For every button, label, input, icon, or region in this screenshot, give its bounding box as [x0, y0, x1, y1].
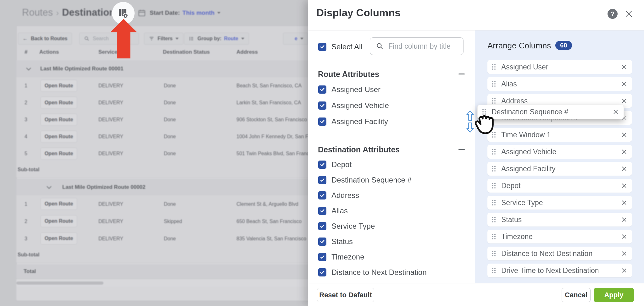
arrange-item-label: Destination Sequence #: [491, 108, 613, 116]
remove-column-icon[interactable]: [621, 166, 627, 172]
arrange-item[interactable]: Assigned Facility: [487, 162, 632, 176]
checkbox-assigned-vehicle[interactable]: [318, 101, 326, 110]
checkbox-address[interactable]: [318, 191, 326, 199]
arrange-item-label: Alias: [501, 80, 621, 88]
check-icon: [319, 239, 325, 244]
arrange-item-label: Assigned Facility: [501, 165, 621, 173]
remove-column-icon[interactable]: [621, 217, 627, 222]
arrange-item[interactable]: Alias: [487, 77, 632, 91]
drag-handle-icon[interactable]: [492, 98, 496, 104]
drag-handle-icon[interactable]: [492, 166, 496, 172]
arrange-item[interactable]: Service Type: [487, 196, 632, 210]
remove-column-icon[interactable]: [621, 200, 627, 205]
checkbox-label: Destination Sequence #: [331, 176, 412, 184]
column-count-badge: 60: [555, 41, 572, 50]
arrange-item[interactable]: Time Window 1: [487, 128, 632, 142]
arrange-item[interactable]: Timezone: [487, 230, 632, 243]
help-icon[interactable]: ?: [608, 9, 618, 19]
checkbox-label: Timezone: [331, 253, 364, 261]
remove-column-icon[interactable]: [621, 183, 627, 189]
arrange-columns-label: Arrange Columns: [487, 41, 551, 50]
arrange-item[interactable]: Status: [487, 213, 632, 227]
drag-handle-icon[interactable]: [492, 64, 496, 70]
apply-button[interactable]: Apply: [594, 288, 634, 302]
checkbox-label: Status: [331, 238, 353, 246]
checkbox-status[interactable]: [318, 238, 326, 246]
arrange-item-label: Service Type: [501, 199, 621, 207]
remove-column-icon[interactable]: [621, 149, 627, 155]
section-title-destination-attributes: Destination Attributes: [318, 145, 400, 154]
arrange-item-dragging[interactable]: Destination Sequence #: [477, 105, 624, 119]
arrange-item-label: Timezone: [501, 232, 621, 241]
remove-column-icon[interactable]: [621, 268, 627, 273]
remove-column-icon[interactable]: [621, 81, 627, 87]
arrange-item[interactable]: Assigned Vehicle: [487, 145, 632, 159]
check-icon: [319, 193, 325, 198]
arrange-item-label: Depot: [501, 182, 621, 190]
remove-column-icon[interactable]: [613, 109, 619, 115]
select-all-checkbox[interactable]: [318, 43, 326, 51]
arrange-item-label: Distance to Next Destination: [501, 249, 621, 258]
remove-column-icon[interactable]: [621, 64, 627, 70]
arrange-item[interactable]: Assigned User: [487, 60, 632, 74]
check-icon: [319, 103, 325, 108]
arrange-item-label: Time Window 1: [501, 131, 621, 139]
checkbox-label: Distance to Next Destination: [331, 268, 427, 276]
collapse-icon[interactable]: [458, 74, 465, 74]
arrange-item-label: Drive Time to Next Destination: [501, 266, 621, 275]
remove-column-icon[interactable]: [621, 98, 627, 104]
column-settings-icon[interactable]: [117, 7, 129, 19]
arrange-item[interactable]: Depot: [487, 179, 632, 193]
checkbox-destination-sequence[interactable]: [318, 176, 326, 184]
drag-handle-icon[interactable]: [492, 217, 496, 222]
arrange-item[interactable]: Drive Time to Next Destination: [487, 264, 632, 277]
check-icon: [319, 162, 325, 167]
checkbox-assigned-user[interactable]: [318, 85, 326, 94]
arrange-item[interactable]: Distance to Next Destination: [487, 247, 632, 260]
drag-handle-icon[interactable]: [492, 183, 496, 189]
drag-handle-icon[interactable]: [492, 81, 496, 87]
check-icon: [319, 208, 325, 214]
checkbox-depot[interactable]: [318, 161, 326, 169]
check-icon: [319, 44, 325, 50]
collapse-icon[interactable]: [458, 149, 465, 150]
panel-title: Display Columns: [316, 7, 401, 19]
drag-handle-icon[interactable]: [492, 234, 496, 239]
remove-column-icon[interactable]: [621, 251, 627, 256]
display-columns-panel: Display Columns ? Select All Route Attri…: [308, 0, 644, 306]
drag-handle-icon[interactable]: [492, 251, 496, 256]
checkbox-label: Assigned Facility: [331, 117, 388, 126]
checkbox-alias[interactable]: [318, 207, 326, 215]
checkbox-label: Assigned Vehicle: [331, 101, 389, 110]
remove-column-icon[interactable]: [621, 234, 627, 239]
check-icon: [319, 177, 325, 183]
checkbox-timezone[interactable]: [318, 253, 326, 261]
check-icon: [319, 87, 325, 92]
checkbox-label: Depot: [331, 161, 352, 169]
arrange-item-label: Status: [501, 216, 621, 224]
checkbox-service-type[interactable]: [318, 222, 326, 230]
remove-column-icon[interactable]: [621, 132, 627, 138]
find-column-input[interactable]: [370, 37, 464, 55]
check-icon: [319, 254, 325, 260]
help-glyph: ?: [611, 10, 614, 18]
arrange-item-label: Assigned Vehicle: [501, 148, 621, 156]
checkbox-distance-to-next-destination[interactable]: [318, 268, 326, 276]
checkbox-label: Alias: [331, 207, 348, 215]
section-title-route-attributes: Route Attributes: [318, 70, 379, 79]
checkbox-label: Service Type: [331, 222, 375, 230]
drag-handle-icon[interactable]: [492, 268, 496, 273]
cancel-button[interactable]: Cancel: [562, 288, 591, 302]
select-all-label: Select All: [331, 43, 363, 51]
drag-handle-icon[interactable]: [492, 149, 496, 155]
arrange-item-label: Assigned User: [501, 63, 621, 71]
reset-to-default-button[interactable]: Reset to Default: [317, 288, 374, 302]
check-icon: [319, 223, 325, 229]
panel-close-icon[interactable]: [625, 9, 633, 18]
check-icon: [319, 119, 325, 124]
checkbox-assigned-facility[interactable]: [318, 117, 326, 126]
hand-cursor: [472, 110, 499, 139]
arrange-item-label: Address: [501, 97, 621, 105]
arrange-columns-title: Arrange Columns60: [487, 41, 572, 51]
drag-handle-icon[interactable]: [492, 200, 496, 205]
